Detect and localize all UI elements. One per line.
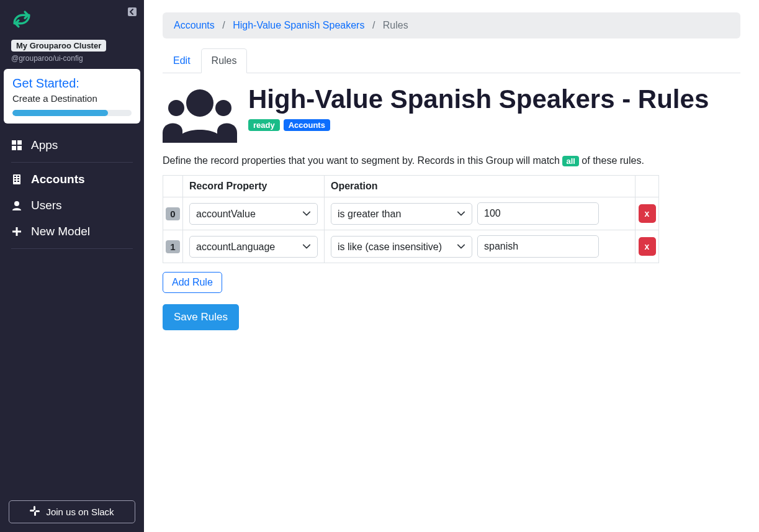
sidebar-item-label: Apps	[31, 138, 58, 152]
svg-rect-7	[17, 176, 19, 177]
svg-rect-17	[34, 512, 36, 516]
building-icon	[11, 174, 22, 184]
sidebar-item-apps[interactable]: Apps	[11, 132, 133, 158]
svg-rect-9	[17, 178, 19, 179]
svg-rect-15	[34, 506, 35, 510]
nav-divider	[11, 248, 133, 249]
property-select[interactable]: accountLanguage	[189, 236, 318, 258]
save-rules-button[interactable]: Save Rules	[163, 304, 239, 330]
breadcrumb-separator: /	[222, 20, 225, 30]
sidebar-item-label: New Model	[31, 225, 90, 238]
sidebar-item-new-model[interactable]: New Model	[11, 219, 133, 245]
get-started-card[interactable]: Get Started: Create a Destination	[4, 69, 140, 124]
slack-button-label: Join us on Slack	[46, 507, 114, 517]
svg-rect-16	[30, 510, 34, 512]
rules-table: Record Property Operation 0accountValuei…	[163, 175, 659, 263]
sidebar-item-users[interactable]: Users	[11, 192, 133, 219]
tab-rules[interactable]: Rules	[201, 48, 248, 73]
value-input[interactable]	[477, 202, 599, 225]
rule-index-badge: 1	[166, 240, 179, 253]
grid-icon	[11, 140, 22, 150]
sidebar-item-label: Accounts	[31, 173, 85, 186]
svg-rect-2	[17, 140, 22, 145]
tabs: Edit Rules	[163, 48, 740, 73]
nav-divider	[11, 162, 133, 163]
logo[interactable]	[11, 9, 133, 32]
delete-rule-button[interactable]: x	[639, 204, 656, 223]
cluster-name-badge[interactable]: My Grouparoo Cluster	[11, 40, 106, 52]
main-content: Accounts / High-Value Spanish Speakers /…	[144, 0, 759, 532]
svg-point-21	[215, 100, 231, 116]
sidebar-item-label: Users	[31, 199, 62, 212]
slack-icon	[30, 506, 40, 518]
svg-rect-18	[35, 510, 40, 512]
col-header-index	[163, 176, 183, 197]
rule-row: 0accountValueis greater thanx	[163, 197, 659, 230]
col-header-property: Record Property	[183, 176, 325, 197]
user-icon	[11, 201, 22, 210]
cluster-subtitle: @grouparoo/ui-config	[11, 54, 133, 63]
col-header-operation: Operation	[325, 176, 635, 197]
progress-bar-fill	[12, 110, 108, 116]
rule-index-badge: 0	[166, 207, 179, 220]
svg-rect-5	[13, 174, 20, 184]
page-title: High-Value Spanish Speakers - Rules	[248, 84, 709, 114]
sidebar: My Grouparoo Cluster @grouparoo/ui-confi…	[0, 0, 144, 532]
svg-rect-14	[12, 231, 21, 233]
breadcrumb-separator: /	[372, 20, 375, 30]
progress-bar-track	[12, 110, 132, 116]
breadcrumb-accounts[interactable]: Accounts	[174, 20, 215, 30]
model-badge: Accounts	[284, 119, 330, 131]
breadcrumb: Accounts / High-Value Spanish Speakers /…	[163, 12, 740, 38]
rule-row: 1accountLanguageis like (case insensitiv…	[163, 230, 659, 263]
svg-rect-8	[14, 178, 16, 179]
add-rule-button[interactable]: Add Rule	[163, 272, 222, 293]
operation-select[interactable]: is like (case insensitive)	[331, 236, 472, 258]
operation-select[interactable]: is greater than	[331, 203, 472, 225]
svg-rect-3	[12, 146, 16, 150]
tab-edit[interactable]: Edit	[163, 48, 201, 73]
status-badge-ready: ready	[248, 119, 280, 131]
property-select[interactable]: accountValue	[189, 203, 318, 225]
svg-point-12	[14, 201, 19, 206]
plus-icon	[11, 227, 22, 236]
match-mode-badge: all	[562, 156, 578, 166]
svg-rect-4	[17, 146, 22, 150]
sidebar-collapse-button[interactable]	[127, 6, 138, 17]
rules-description: Define the record properties that you wa…	[163, 155, 740, 166]
group-icon	[163, 88, 237, 145]
svg-point-19	[186, 89, 213, 117]
breadcrumb-current: Rules	[383, 20, 408, 30]
svg-rect-0	[128, 7, 137, 16]
svg-rect-11	[17, 181, 19, 182]
sidebar-item-accounts[interactable]: Accounts	[11, 166, 133, 192]
get-started-title: Get Started:	[12, 76, 132, 91]
svg-rect-1	[12, 140, 16, 145]
col-header-delete	[635, 176, 659, 197]
svg-rect-10	[14, 181, 16, 182]
get-started-subtitle: Create a Destination	[12, 93, 132, 104]
svg-point-20	[168, 100, 184, 116]
breadcrumb-group[interactable]: High-Value Spanish Speakers	[233, 20, 364, 30]
value-input[interactable]	[477, 235, 599, 258]
join-slack-button[interactable]: Join us on Slack	[9, 500, 135, 523]
svg-rect-6	[14, 176, 16, 177]
delete-rule-button[interactable]: x	[639, 237, 656, 256]
